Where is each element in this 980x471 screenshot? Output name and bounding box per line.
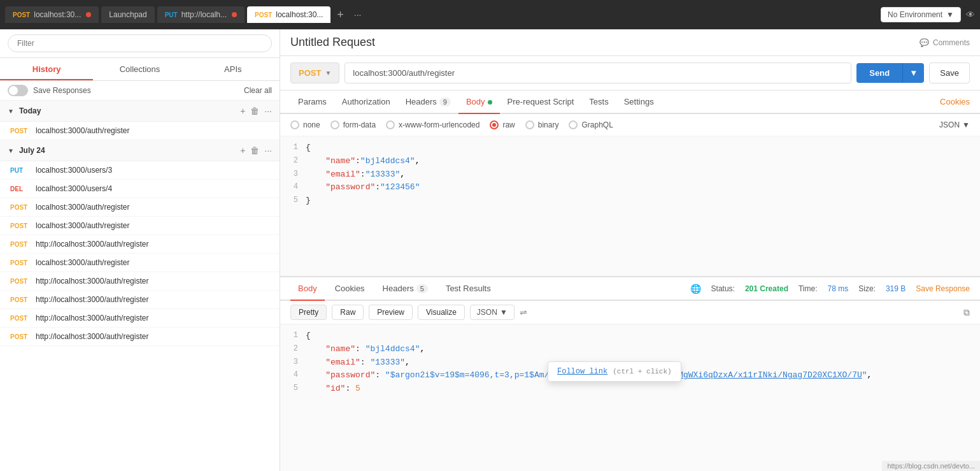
history-item-post-2[interactable]: POST localhost:3000/auth/register <box>0 198 280 217</box>
send-button[interactable]: Send <box>856 63 902 83</box>
request-tabs: Params Authorization Headers9 Body Pre-r… <box>280 91 980 114</box>
method-select[interactable]: POST ▼ <box>290 62 339 83</box>
env-eye-button[interactable]: 👁 <box>966 10 975 20</box>
radio-urlencoded[interactable]: x-www-form-urlencoded <box>386 120 479 129</box>
history-item-post-9[interactable]: POST http://localhost:3000/auth/register <box>0 328 280 346</box>
history-item-post-8[interactable]: POST http://localhost:3000/auth/register <box>0 309 280 328</box>
save-response-button[interactable]: Save Response <box>916 284 970 293</box>
tab-post-1[interactable]: POST localhost:30... <box>5 6 99 23</box>
resp-wrap-button[interactable]: ⇌ <box>520 307 527 317</box>
more-tabs-button[interactable]: ··· <box>350 10 366 20</box>
sidebar-tab-apis[interactable]: APIs <box>187 58 280 80</box>
tab-method-1: POST <box>13 11 30 18</box>
response-body-viewer: 1 { 2 "name": "bjl4ddcs4", 3 "email": "1… <box>280 324 980 471</box>
radio-graphql[interactable]: GraphQL <box>569 120 613 129</box>
resp-pretty-button[interactable]: Pretty <box>290 305 327 320</box>
req-tab-settings[interactable]: Settings <box>616 91 662 114</box>
resp-raw-button[interactable]: Raw <box>332 305 364 320</box>
req-tab-tests-label: Tests <box>589 97 608 106</box>
sidebar-tab-collections[interactable]: Collections <box>93 58 186 80</box>
req-tab-pre-request[interactable]: Pre-request Script <box>500 91 582 114</box>
history-url: localhost:3000/auth/register <box>36 221 129 230</box>
tab-method-active: POST <box>255 11 272 18</box>
section-july24-add-icon[interactable]: + <box>240 145 245 156</box>
json-type-label: JSON <box>939 120 960 129</box>
history-url: localhost:3000/auth/register <box>36 126 129 135</box>
search-input[interactable] <box>8 34 272 52</box>
line-content-1: { <box>306 141 980 155</box>
section-july24-more-icon[interactable]: ··· <box>264 145 272 156</box>
add-tab-button[interactable]: + <box>333 8 348 22</box>
json-type-dropdown[interactable]: JSON ▼ <box>939 120 970 129</box>
tab-put-1[interactable]: PUT http://localh... <box>157 6 245 23</box>
radio-none[interactable]: none <box>290 120 320 129</box>
history-url: localhost:3000/users/4 <box>36 184 112 193</box>
history-item-post-6[interactable]: POST http://localhost:3000/auth/register <box>0 272 280 291</box>
radio-form-data-label: form-data <box>343 120 376 129</box>
req-tab-body[interactable]: Body <box>458 91 500 114</box>
send-dropdown-button[interactable]: ▼ <box>902 63 924 83</box>
resp-line-content-5: "id": 5 <box>306 382 980 396</box>
history-item-post-7[interactable]: POST http://localhost:3000/auth/register <box>0 291 280 309</box>
resp-visualize-button[interactable]: Visualize <box>418 305 465 320</box>
req-tab-params[interactable]: Params <box>290 91 334 114</box>
req-tab-headers[interactable]: Headers9 <box>398 91 458 114</box>
sidebar-tab-history[interactable]: History <box>0 58 93 80</box>
response-tabs-bar: Body Cookies Headers5 Test Results 🌐 Sta… <box>280 277 980 301</box>
section-title-july24: July 24 <box>19 146 45 155</box>
radio-raw[interactable]: raw <box>490 120 515 129</box>
section-delete-icon[interactable]: 🗑 <box>250 106 259 116</box>
env-dropdown[interactable]: No Environment ▼ <box>881 7 961 22</box>
sidebar-tab-apis-label: APIs <box>224 64 241 74</box>
tab-launchpad[interactable]: Launchpad <box>101 6 154 23</box>
section-july24-header: ▼ July 24 + 🗑 ··· <box>0 140 280 161</box>
history-url: localhost:3000/users/3 <box>36 166 112 175</box>
resp-code-line-2: 2 "name": "bjl4ddcs4", <box>280 343 980 356</box>
code-line-5: 5 } <box>280 194 980 208</box>
resp-tab-headers[interactable]: Headers5 <box>375 277 436 301</box>
tab-post-active[interactable]: POST localhost:30... <box>247 6 330 23</box>
save-button[interactable]: Save <box>929 62 970 83</box>
history-item-post-3[interactable]: POST localhost:3000/auth/register <box>0 217 280 235</box>
req-tab-tests[interactable]: Tests <box>581 91 616 114</box>
save-responses-toggle[interactable] <box>8 85 28 96</box>
top-bar: POST localhost:30... Launchpad PUT http:… <box>0 0 980 29</box>
clear-all-button[interactable]: Clear all <box>244 86 272 95</box>
method-tag: POST <box>10 259 31 266</box>
resp-tab-body[interactable]: Body <box>290 277 325 301</box>
request-title: Untitled Request <box>290 36 375 49</box>
method-tag: POST <box>10 204 31 211</box>
comments-button[interactable]: 💬 Comments <box>920 38 970 47</box>
url-input[interactable] <box>344 62 851 83</box>
radio-form-data[interactable]: form-data <box>330 120 376 129</box>
resp-copy-button[interactable]: ⧉ <box>963 307 970 318</box>
req-tab-authorization-label: Authorization <box>342 97 390 106</box>
request-body-editor[interactable]: 1 { 2 "name":"bjl4ddcs4", 3 "email":"133… <box>280 136 980 277</box>
section-july24-delete-icon[interactable]: 🗑 <box>250 145 259 156</box>
cookies-button[interactable]: Cookies <box>940 91 970 113</box>
resp-line-num-4: 4 <box>280 369 306 382</box>
req-tab-authorization[interactable]: Authorization <box>334 91 398 114</box>
follow-link-button[interactable]: Follow link <box>557 367 607 376</box>
req-tab-settings-label: Settings <box>624 97 654 106</box>
section-add-icon[interactable]: + <box>240 106 245 116</box>
resp-tab-cookies[interactable]: Cookies <box>327 277 373 301</box>
history-item-today-1[interactable]: POST localhost:3000/auth/register <box>0 122 280 140</box>
resp-status-info: 🌐 Status: 201 Created Time: 78 ms Size: … <box>690 284 970 294</box>
method-tag: POST <box>10 222 31 229</box>
history-item-post-5[interactable]: POST localhost:3000/auth/register <box>0 254 280 272</box>
follow-link-tooltip: Follow link (ctrl + click) <box>548 361 681 382</box>
resp-tab-test-results[interactable]: Test Results <box>438 277 499 301</box>
radio-binary[interactable]: binary <box>525 120 559 129</box>
section-more-icon[interactable]: ··· <box>264 106 272 116</box>
resp-preview-button[interactable]: Preview <box>369 305 413 320</box>
history-item-post-4[interactable]: POST http://localhost:3000/auth/register <box>0 235 280 254</box>
comments-label: Comments <box>933 38 970 47</box>
history-url: http://localhost:3000/auth/register <box>36 295 148 304</box>
history-item-put-1[interactable]: PUT localhost:3000/users/3 <box>0 161 280 180</box>
resp-tab-body-label: Body <box>298 284 317 293</box>
radio-raw-circle <box>490 120 499 129</box>
history-item-del-1[interactable]: DEL localhost:3000/users/4 <box>0 180 280 198</box>
method-tag: POST <box>10 333 31 340</box>
resp-json-dropdown[interactable]: JSON ▼ <box>470 305 515 320</box>
